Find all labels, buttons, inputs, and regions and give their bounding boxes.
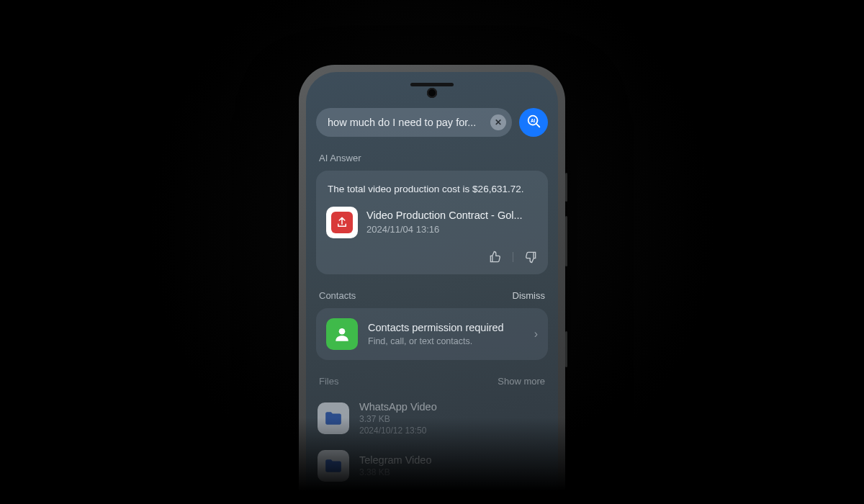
file-title: WhatsApp Video (359, 401, 437, 413)
stage: how much do I need to pay for... ✕ AI AI… (0, 0, 864, 504)
contacts-icon (326, 318, 358, 350)
svg-point-2 (339, 328, 346, 334)
source-file-title: Video Production Contract - Gol... (366, 210, 523, 221)
front-camera (427, 88, 437, 98)
ai-answer-label-text: AI Answer (319, 153, 361, 163)
search-input[interactable]: how much do I need to pay for... ✕ (316, 108, 512, 137)
feedback-row (326, 250, 538, 264)
files-section: Files Show more WhatsApp Video 3.37 KB 2… (316, 376, 548, 489)
file-meta: Telegram Video 3.38 KB (359, 454, 432, 477)
ai-answer-card: The total video production cost is $26,6… (316, 171, 548, 274)
file-item[interactable]: Telegram Video 3.38 KB (316, 443, 548, 489)
file-date: 2024/10/12 13:50 (359, 426, 437, 436)
speaker-grill (410, 83, 454, 86)
thumbs-down-icon (523, 254, 538, 266)
contacts-permission-card[interactable]: Contacts permission required Find, call,… (316, 308, 548, 360)
side-button (565, 173, 567, 202)
source-file-meta: Video Production Contract - Gol... 2024/… (366, 210, 523, 235)
phone-frame: how much do I need to pay for... ✕ AI AI… (299, 65, 565, 504)
files-label-text: Files (319, 376, 338, 387)
clear-search-button[interactable]: ✕ (490, 114, 506, 130)
ai-answer-source-file[interactable]: Video Production Contract - Gol... 2024/… (326, 207, 538, 238)
ai-answer-section-label: AI Answer (319, 153, 545, 163)
file-meta: WhatsApp Video 3.37 KB 2024/10/12 13:50 (359, 401, 437, 436)
file-size: 3.38 KB (359, 467, 432, 477)
folder-icon (318, 402, 349, 434)
search-row: how much do I need to pay for... ✕ AI (316, 108, 548, 137)
files-section-header: Files Show more (319, 376, 545, 387)
ai-answer-text: The total video production cost is $26,6… (328, 182, 536, 197)
side-button (565, 216, 567, 266)
ai-icon: AI (526, 113, 541, 132)
search-query-text: how much do I need to pay for... (328, 117, 490, 128)
thumbs-down-button[interactable] (523, 250, 538, 264)
show-more-button[interactable]: Show more (498, 376, 545, 387)
close-icon: ✕ (495, 117, 502, 127)
contacts-title: Contacts permission required (368, 321, 524, 334)
chevron-right-icon: › (534, 328, 538, 341)
file-title: Telegram Video (359, 454, 432, 466)
ai-search-button[interactable]: AI (519, 108, 548, 137)
side-button (565, 331, 567, 367)
thumbs-up-button[interactable] (488, 250, 503, 264)
source-file-date: 2024/11/04 13:16 (366, 224, 523, 235)
contacts-text: Contacts permission required Find, call,… (368, 321, 524, 346)
phone-screen: how much do I need to pay for... ✕ AI AI… (306, 72, 558, 504)
contacts-label-text: Contacts (319, 290, 356, 301)
contacts-subtitle: Find, call, or text contacts. (368, 336, 524, 346)
folder-icon (318, 450, 349, 482)
dismiss-button[interactable]: Dismiss (513, 290, 546, 301)
divider (513, 252, 513, 262)
contacts-section-header: Contacts Dismiss (319, 290, 545, 301)
pdf-icon (326, 207, 358, 238)
file-item[interactable]: WhatsApp Video 3.37 KB 2024/10/12 13:50 (316, 394, 548, 443)
thumbs-up-icon (488, 254, 503, 266)
svg-text:AI: AI (531, 118, 536, 123)
file-size: 3.37 KB (359, 414, 437, 424)
